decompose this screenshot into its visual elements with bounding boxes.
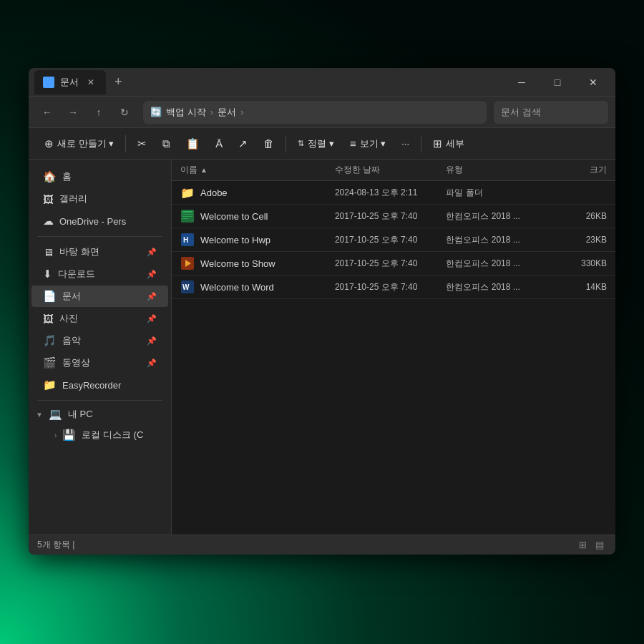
table-row[interactable]: 📁 Adobe 2024-08-13 오후 2:11 파일 폴더 xyxy=(172,181,615,205)
sidebar-item-onedrive[interactable]: ☁ OneDrive - Pers xyxy=(31,210,168,232)
pin-icon: 📌 xyxy=(147,358,157,368)
sidebar-item-label: OneDrive - Pers xyxy=(59,216,126,227)
tab-close-button[interactable]: ✕ xyxy=(84,76,97,89)
status-text: 5개 항목 | xyxy=(37,539,74,551)
file-name: Welcome to Hwp xyxy=(200,235,270,245)
file-date: 2024-08-13 오후 2:11 xyxy=(335,187,446,199)
cut-icon: ✂ xyxy=(137,137,147,150)
pictures-icon: 🖼 xyxy=(43,313,54,325)
table-row[interactable]: W Welcome to Word 2017-10-25 오후 7:40 한컴오… xyxy=(172,275,615,299)
gallery-icon: 🖼 xyxy=(43,193,54,205)
show-file-icon xyxy=(180,256,195,270)
address-icon: 🔄 xyxy=(150,107,162,117)
file-name-cell: Welcome to Show xyxy=(180,256,335,270)
detail-label: 세부 xyxy=(446,137,464,150)
svg-rect-4 xyxy=(182,218,188,219)
file-type: 한컴오피스 2018 ... xyxy=(446,258,557,270)
close-button[interactable]: ✕ xyxy=(577,71,610,94)
delete-button[interactable]: 🗑 xyxy=(256,132,281,155)
search-box[interactable]: 문서 검색 xyxy=(494,101,608,124)
up-button[interactable]: ↑ xyxy=(87,101,110,124)
refresh-button[interactable]: ↻ xyxy=(113,101,136,124)
new-button[interactable]: ⊕ 새로 만들기 ▾ xyxy=(37,132,121,155)
new-tab-button[interactable]: + xyxy=(109,74,128,89)
cell-file-icon xyxy=(180,209,195,223)
view-button[interactable]: ≡ 보기 ▾ xyxy=(343,132,393,155)
address-segment-1: 백업 시작 xyxy=(166,106,206,119)
back-button[interactable]: ← xyxy=(36,101,59,124)
file-name-cell: W Welcome to Word xyxy=(180,280,335,294)
file-date: 2017-10-25 오후 7:40 xyxy=(335,210,446,223)
minimize-button[interactable]: ─ xyxy=(505,71,538,94)
list-view-icon[interactable]: ⊞ xyxy=(575,538,590,552)
rename-button[interactable]: Ā xyxy=(208,132,230,155)
tab-icon xyxy=(43,77,54,88)
maximize-button[interactable]: □ xyxy=(541,71,574,94)
share-button[interactable]: ↗ xyxy=(231,132,255,155)
active-tab[interactable]: 문서 ✕ xyxy=(34,70,106,94)
file-size: 330KB xyxy=(557,258,607,268)
address-separator-1: › xyxy=(210,107,213,117)
sidebar-item-documents[interactable]: 📄 문서 📌 xyxy=(31,286,168,307)
sidebar-item-localdisk[interactable]: › 💾 로컬 디스크 (C xyxy=(31,424,168,446)
svg-text:H: H xyxy=(183,236,188,244)
sort-button[interactable]: ⇅ 정렬 ▾ xyxy=(291,132,341,155)
sidebar-item-desktop[interactable]: 🖥 바탕 화면 📌 xyxy=(31,241,168,263)
sidebar-item-music[interactable]: 🎵 음악 📌 xyxy=(31,330,168,351)
folder-icon: 📁 xyxy=(180,185,195,200)
column-header-type[interactable]: 유형 xyxy=(446,164,557,176)
paste-button[interactable]: 📋 xyxy=(179,132,207,155)
file-explorer-window: 문서 ✕ + ─ □ ✕ ← → ↑ ↻ 🔄 백업 시작 › 문서 › 문서 검… xyxy=(29,68,615,555)
sidebar-item-label: 음악 xyxy=(62,334,81,347)
file-name-cell: 📁 Adobe xyxy=(180,185,335,200)
sidebar: 🏠 홈 🖼 갤러리 ☁ OneDrive - Pers 🖥 바탕 화면 📌 ⬇ … xyxy=(29,160,172,535)
table-row[interactable]: Welcome to Show 2017-10-25 오후 7:40 한컴오피스… xyxy=(172,252,615,275)
sidebar-item-gallery[interactable]: 🖼 갤러리 xyxy=(31,188,168,210)
forward-button[interactable]: → xyxy=(62,101,84,124)
file-size: 26KB xyxy=(557,211,607,221)
main-content: 🏠 홈 🖼 갤러리 ☁ OneDrive - Pers 🖥 바탕 화면 📌 ⬇ … xyxy=(29,160,615,535)
file-date: 2017-10-25 오후 7:40 xyxy=(335,281,446,293)
sidebar-item-pictures[interactable]: 🖼 사진 📌 xyxy=(31,308,168,329)
more-icon: ··· xyxy=(401,138,409,149)
table-row[interactable]: Welcome to Cell 2017-10-25 오후 7:40 한컴오피스… xyxy=(172,205,615,228)
sort-indicator: ▲ xyxy=(200,166,208,174)
sidebar-item-home[interactable]: 🏠 홈 xyxy=(31,166,168,187)
sidebar-item-label: 다운로드 xyxy=(58,268,95,280)
pin-icon: 📌 xyxy=(147,336,157,346)
file-date: 2017-10-25 오후 7:40 xyxy=(335,258,446,270)
file-type: 한컴오피스 2018 ... xyxy=(446,281,557,293)
pin-icon: 📌 xyxy=(147,314,157,323)
detail-button[interactable]: ⊞ 세부 xyxy=(426,132,472,155)
sidebar-item-label: 갤러리 xyxy=(59,192,87,205)
column-header-name[interactable]: 이름 ▲ xyxy=(180,164,335,176)
file-size: 14KB xyxy=(557,282,607,292)
new-icon: ⊕ xyxy=(44,137,54,150)
column-header-size[interactable]: 크기 xyxy=(557,164,607,176)
more-button[interactable]: ··· xyxy=(394,132,416,155)
downloads-icon: ⬇ xyxy=(43,268,52,280)
title-bar: 문서 ✕ + ─ □ ✕ xyxy=(29,68,615,97)
pin-icon: 📌 xyxy=(147,292,157,301)
address-bar[interactable]: 🔄 백업 시작 › 문서 › xyxy=(143,101,487,124)
sidebar-item-easyrecorder[interactable]: 📁 EasyRecorder xyxy=(31,374,168,396)
share-icon: ↗ xyxy=(238,137,248,150)
copy-button[interactable]: ⧉ xyxy=(155,132,177,155)
address-segment-2: 문서 xyxy=(218,106,236,119)
search-placeholder: 문서 검색 xyxy=(501,106,541,119)
column-header-date[interactable]: 수정한 날짜 xyxy=(335,164,446,176)
cut-button[interactable]: ✂ xyxy=(130,132,154,155)
sidebar-item-downloads[interactable]: ⬇ 다운로드 📌 xyxy=(31,263,168,285)
sidebar-item-videos[interactable]: 🎬 동영상 📌 xyxy=(31,352,168,374)
sidebar-this-pc[interactable]: ▼ 💻 내 PC xyxy=(29,405,171,424)
sidebar-item-label: 사진 xyxy=(59,312,78,325)
sidebar-item-label: 동영상 xyxy=(62,356,90,369)
delete-icon: 🗑 xyxy=(263,137,274,150)
svg-rect-1 xyxy=(182,211,192,213)
toolbar-separator-3 xyxy=(421,135,421,152)
svg-rect-2 xyxy=(182,214,192,215)
music-icon: 🎵 xyxy=(43,334,57,347)
sidebar-item-label: 바탕 화면 xyxy=(59,245,99,258)
table-row[interactable]: H Welcome to Hwp 2017-10-25 오후 7:40 한컴오피… xyxy=(172,228,615,252)
grid-view-icon[interactable]: ▤ xyxy=(592,538,607,552)
